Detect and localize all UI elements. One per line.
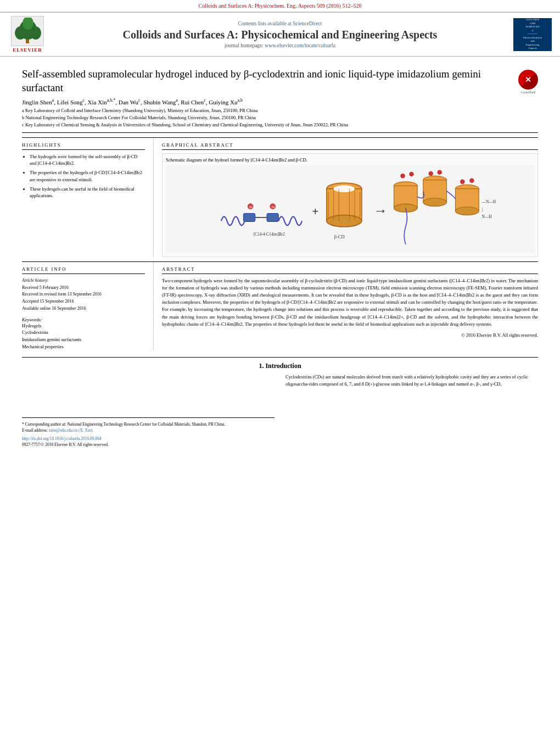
keywords-label: Keywords: [22, 317, 145, 322]
svg-point-16 [327, 215, 362, 226]
svg-point-3 [30, 26, 41, 40]
footnote-issn: 0927-7757/© 2016 Elsevier B.V. All right… [22, 442, 275, 448]
svg-point-38 [437, 170, 442, 175]
svg-text:Br: Br [249, 205, 253, 209]
abstract-text: Two-component hydrogels were formed by t… [162, 277, 538, 328]
journal-citation: Colloids and Surfaces A: Physicochem. En… [199, 3, 362, 9]
svg-rect-7 [267, 213, 278, 221]
article-title: Self-assembled supramolecular hydrogel i… [22, 68, 513, 94]
authors-line: Jinglin Shena, Lifei Songc, Xia Xina,b,*… [22, 98, 513, 105]
revised-date: Received in revised form 13 September 20… [22, 292, 102, 297]
doi-link[interactable]: http://dx.doi.org/10.1016/j.colsurfa.201… [22, 436, 102, 441]
journal-title-header: Colloids and Surfaces A: Physicochemical… [55, 28, 505, 41]
sciencedirect-link: Contents lists available at ScienceDirec… [55, 21, 505, 26]
keywords-list: Hydrogels Cyclodextrins Imidazolium gemi… [22, 322, 145, 350]
main-content: Self-assembled supramolecular hydrogel i… [0, 57, 560, 454]
affil-b: b National Engineering Technology Resear… [22, 115, 513, 121]
copyright-line: © 2016 Elsevier B.V. All rights reserved… [162, 332, 538, 338]
intro-number: 1. [259, 362, 264, 370]
svg-text:→: → [373, 202, 388, 218]
citation-bar: Colloids and Surfaces A: Physicochem. En… [0, 0, 560, 12]
keyword-1: Hydrogels [22, 322, 145, 330]
accepted-date: Accepted 15 September 2016 [22, 299, 74, 304]
article-title-section: Self-assembled supramolecular hydrogel i… [22, 62, 538, 133]
journal-center: Contents lists available at ScienceDirec… [55, 21, 505, 48]
svg-text:[C14-4-C14im]Br2: [C14-4-C14im]Br2 [254, 232, 285, 237]
graphical-abstract-label: Graphical Abstract [162, 142, 538, 150]
svg-rect-5 [243, 213, 255, 221]
keyword-4: Mechanical properties [22, 343, 145, 350]
svg-text:|: | [482, 207, 483, 212]
highlight-item-2: The properties of the hydrogels of β-CD/… [30, 169, 145, 183]
received-date: Received 5 February 2016 [22, 285, 69, 290]
svg-point-31 [423, 198, 447, 206]
highlight-item-3: These hydrogels can be useful in the fie… [30, 186, 145, 199]
keyword-2: Cyclodextrins [22, 329, 145, 336]
highlights-graphical-section: Highlights The hydrogels were formed by … [22, 137, 538, 257]
affil-a: a Key Laboratory of Colloid and Interfac… [22, 108, 513, 114]
keywords-section: Keywords: Hydrogels Cyclodextrins Imidaz… [22, 317, 145, 350]
svg-point-36 [409, 171, 414, 176]
svg-text:β-CD: β-CD [334, 234, 345, 239]
graphical-abstract-box: Schematic diagram of the hydroel formed … [162, 153, 538, 257]
journal-logo-box: COLLOIDSANDSURFACESA─────Physicochemical… [513, 18, 552, 51]
intro-heading: Introduction [265, 362, 301, 370]
intro-title: 1. Introduction [22, 362, 538, 370]
graphical-abstract-image: Br Br [C14-4-C14im]Br2 + [166, 165, 534, 253]
article-title-text: Self-assembled supramolecular hydrogel i… [22, 68, 513, 129]
crossmark-icon: ✕ [518, 70, 538, 90]
svg-text:N—H: N—H [482, 214, 492, 219]
svg-text:+: + [312, 204, 318, 217]
svg-point-2 [15, 26, 26, 40]
article-info-label: Article Info [22, 266, 145, 274]
footnote-doi: http://dx.doi.org/10.1016/j.colsurfa.201… [22, 436, 275, 442]
article-info-abstract-section: Article Info Article history: Received 5… [22, 261, 538, 350]
footnote-corresponding: * Corresponding author at: National Engi… [22, 421, 275, 427]
journal-header: ELSEVIER Contents lists available at Sci… [0, 12, 560, 57]
journal-homepage: journal homepage: www.elsevier.com/locat… [55, 43, 505, 48]
elsevier-tree-icon [11, 16, 44, 46]
introduction-section: 1. Introduction * Corresponding author a… [22, 357, 538, 448]
highlights-list: The hydrogels were formed by the self-as… [22, 153, 145, 199]
journal-logo-right: COLLOIDSANDSURFACESA─────Physicochemical… [511, 18, 555, 51]
intro-right-col: Cyclodextrins (CDs) are natural molecule… [285, 373, 538, 448]
affil-c: c Key Laboratory of Chemical Sensing & A… [22, 122, 513, 129]
affiliations: a Key Laboratory of Colloid and Interfac… [22, 108, 513, 129]
abstract-col: Abstract Two-component hydrogels were fo… [154, 262, 538, 350]
abstract-label: Abstract [162, 266, 538, 274]
highlights-label: Highlights [22, 142, 145, 150]
keyword-3: Imidazolium gemini surfactants [22, 336, 145, 343]
highlights-col: Highlights The hydrogels were formed by … [22, 138, 154, 257]
svg-point-34 [456, 207, 479, 215]
elsevier-label: ELSEVIER [13, 47, 42, 53]
highlight-item-1: The hydrogels were formed by the self-as… [30, 153, 145, 167]
email-label: E-mail address: [22, 428, 48, 433]
svg-text:Br: Br [272, 205, 276, 209]
svg-point-40 [469, 178, 474, 183]
intro-text: Cyclodextrins (CDs) are natural molecule… [285, 373, 538, 388]
history-label: Article history: [22, 278, 49, 283]
graphical-abstract-caption: Schematic diagram of the hydroel formed … [166, 157, 534, 163]
svg-point-37 [428, 171, 433, 176]
intro-cols: * Corresponding author at: National Engi… [22, 373, 538, 448]
graphical-abstract-col: Graphical Abstract Schematic diagram of … [154, 138, 538, 257]
footnote-email: E-mail address: xinx@sdu.edu.cn (X. Xin)… [22, 427, 275, 433]
svg-point-17 [334, 185, 355, 192]
article-info-col: Article Info Article history: Received 5… [22, 262, 154, 350]
svg-point-35 [400, 174, 405, 178]
svg-point-28 [394, 204, 418, 212]
article-history: Article history: Received 5 February 201… [22, 277, 145, 313]
crossmark-badge: ✕ CrossMark [518, 70, 538, 94]
intro-left-col: * Corresponding author at: National Engi… [22, 373, 275, 448]
svg-point-39 [460, 179, 465, 184]
homepage-url[interactable]: www.elsevier.com/locate/colsurfa [265, 43, 335, 48]
elsevier-logo: ELSEVIER [5, 16, 49, 53]
email-address[interactable]: xinx@sdu.edu.cn (X. Xin). [49, 428, 93, 433]
footnote-section: * Corresponding author at: National Engi… [22, 417, 275, 448]
svg-text:—N—H: —N—H [481, 199, 496, 204]
available-date: Available online 16 September 2016 [22, 306, 86, 311]
